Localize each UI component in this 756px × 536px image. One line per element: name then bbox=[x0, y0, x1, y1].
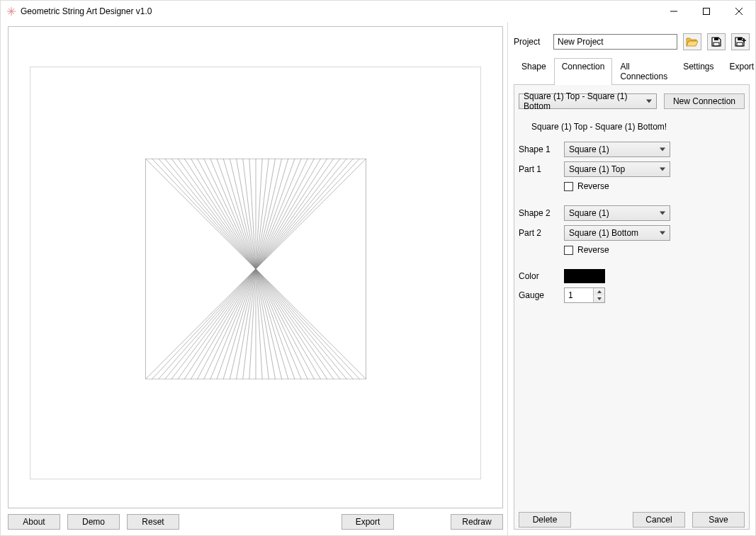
color-swatch[interactable] bbox=[564, 269, 605, 283]
tab-all-connections[interactable]: All Connections bbox=[612, 58, 675, 85]
spinner-up[interactable] bbox=[594, 288, 604, 295]
tab-panel-connection: Square (1) Top - Square (1) Bottom New C… bbox=[514, 85, 750, 530]
save-as-button-icon[interactable] bbox=[731, 33, 750, 50]
tab-settings[interactable]: Settings bbox=[675, 58, 721, 85]
minimize-button[interactable] bbox=[658, 1, 690, 22]
save-button-icon[interactable] bbox=[707, 33, 726, 50]
canvas-pane: About Demo Reset Export Redraw bbox=[1, 22, 507, 535]
color-label: Color bbox=[519, 271, 558, 281]
gauge-spinner[interactable]: 1 bbox=[564, 287, 605, 303]
delete-button[interactable]: Delete bbox=[519, 512, 571, 528]
connection-select-value: Square (1) Top - Square (1) Bottom bbox=[524, 91, 642, 111]
svg-rect-5 bbox=[704, 8, 710, 15]
shape2-label: Shape 2 bbox=[519, 208, 558, 218]
save-as-icon bbox=[734, 36, 747, 47]
window-title: Geometric String Art Designer v1.0 bbox=[21, 6, 152, 16]
demo-button[interactable]: Demo bbox=[67, 514, 120, 530]
reverse1-checkbox[interactable]: Reverse bbox=[564, 181, 670, 191]
project-name-input[interactable] bbox=[553, 34, 677, 50]
close-button[interactable] bbox=[723, 1, 755, 22]
connection-select[interactable]: Square (1) Top - Square (1) Bottom bbox=[519, 93, 657, 109]
connection-title: Square (1) Top - Square (1) Bottom! bbox=[531, 122, 745, 132]
new-connection-button[interactable]: New Connection bbox=[664, 93, 745, 109]
part2-select[interactable]: Square (1) Bottom bbox=[564, 225, 670, 241]
shape1-label: Shape 1 bbox=[519, 144, 558, 154]
tab-connection[interactable]: Connection bbox=[554, 58, 613, 85]
tab-bar: Shape Connection All Connections Setting… bbox=[514, 57, 750, 85]
titlebar: Geometric String Art Designer v1.0 bbox=[1, 1, 755, 22]
inspector-pane: Project bbox=[507, 22, 755, 535]
part1-label: Part 1 bbox=[519, 164, 558, 174]
reset-button[interactable]: Reset bbox=[127, 514, 179, 530]
app-icon bbox=[6, 6, 16, 16]
spinner-down[interactable] bbox=[594, 295, 604, 302]
part1-select[interactable]: Square (1) Top bbox=[564, 161, 670, 177]
canvas-inner bbox=[30, 67, 481, 479]
redraw-button[interactable]: Redraw bbox=[451, 514, 503, 530]
svg-rect-46 bbox=[738, 38, 742, 40]
tab-shape[interactable]: Shape bbox=[514, 58, 554, 85]
part2-label: Part 2 bbox=[519, 228, 558, 238]
canvas-outer bbox=[8, 26, 503, 508]
gauge-label: Gauge bbox=[519, 290, 558, 300]
save-icon bbox=[711, 36, 722, 47]
reverse2-checkbox[interactable]: Reverse bbox=[564, 245, 670, 255]
shape1-select[interactable]: Square (1) bbox=[564, 142, 670, 157]
cancel-button[interactable]: Cancel bbox=[633, 512, 685, 528]
svg-rect-44 bbox=[714, 38, 718, 40]
about-button[interactable]: About bbox=[8, 514, 60, 530]
save-connection-button[interactable]: Save bbox=[692, 512, 745, 528]
folder-open-icon bbox=[686, 36, 699, 47]
shape2-select[interactable]: Square (1) bbox=[564, 205, 670, 221]
open-button[interactable] bbox=[683, 33, 701, 50]
project-label: Project bbox=[514, 37, 548, 47]
checkbox-icon bbox=[564, 182, 573, 191]
string-art-canvas bbox=[145, 158, 366, 379]
checkbox-icon bbox=[564, 246, 573, 255]
export-button[interactable]: Export bbox=[342, 514, 394, 530]
maximize-button[interactable] bbox=[690, 1, 723, 22]
tab-export[interactable]: Export bbox=[722, 58, 757, 85]
